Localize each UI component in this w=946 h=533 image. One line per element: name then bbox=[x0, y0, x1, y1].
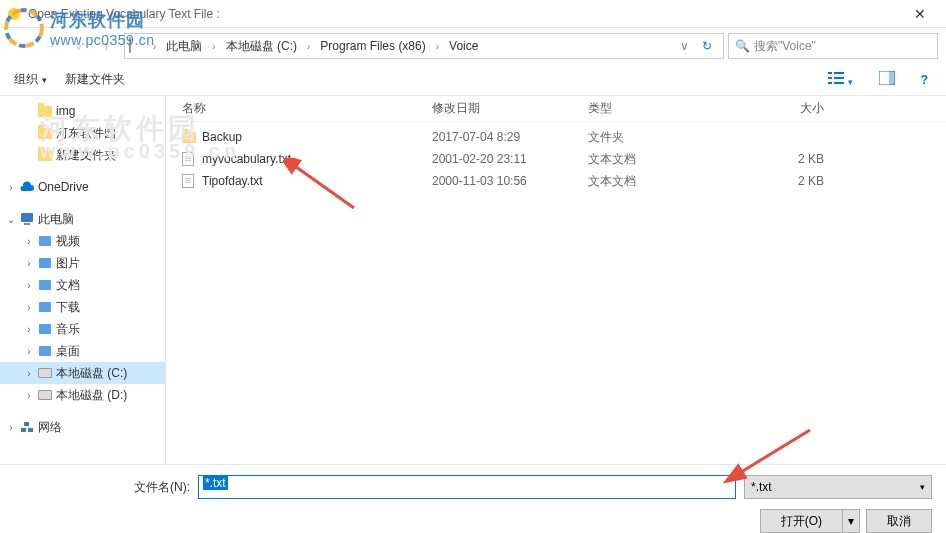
file-row[interactable]: Backup2017-07-04 8:29文件夹 bbox=[166, 126, 946, 148]
tree-item[interactable]: ›本地磁盘 (D:) bbox=[0, 384, 165, 406]
chevron-right-icon[interactable]: › bbox=[208, 41, 219, 52]
open-dropdown-button[interactable]: ▾ bbox=[842, 509, 860, 533]
help-button[interactable]: ? bbox=[917, 69, 932, 91]
svg-rect-10 bbox=[834, 82, 844, 84]
view-options-button[interactable]: ▾ bbox=[824, 67, 856, 92]
net-icon bbox=[18, 419, 36, 435]
search-icon: 🔍 bbox=[735, 39, 750, 53]
folder-icon bbox=[182, 132, 202, 143]
file-type-filter[interactable]: *.txt ▾ bbox=[744, 475, 932, 499]
expander-icon[interactable]: ⌄ bbox=[4, 214, 18, 225]
file-name: Tipofday.txt bbox=[202, 174, 432, 188]
tree-item-label: 网络 bbox=[36, 419, 62, 436]
breadcrumb-item[interactable]: 本地磁盘 (C:) bbox=[222, 36, 301, 57]
search-input[interactable]: 🔍 搜索"Voice" bbox=[728, 33, 938, 59]
chevron-right-icon[interactable]: › bbox=[303, 41, 314, 52]
expander-icon[interactable]: › bbox=[22, 280, 36, 291]
file-size: 2 KB bbox=[744, 174, 844, 188]
svg-rect-19 bbox=[39, 324, 51, 334]
svg-point-4 bbox=[8, 8, 20, 20]
expander-icon[interactable]: › bbox=[22, 324, 36, 335]
close-button[interactable]: ✕ bbox=[900, 6, 940, 22]
filename-input[interactable]: *.txt bbox=[198, 475, 736, 499]
tree-item[interactable]: ›文档 bbox=[0, 274, 165, 296]
lib-icon bbox=[36, 233, 54, 249]
svg-rect-22 bbox=[28, 428, 33, 432]
lib-icon bbox=[36, 277, 54, 293]
breadcrumb-item[interactable]: Program Files (x86) bbox=[316, 37, 429, 55]
breadcrumb-item[interactable]: Voice bbox=[445, 37, 482, 55]
expander-icon[interactable]: › bbox=[4, 422, 18, 433]
toolbar: 组织▾ 新建文件夹 ▾ ? bbox=[0, 64, 946, 96]
file-row[interactable]: myvocabulary.txt2001-02-20 23:11文本文档2 KB bbox=[166, 148, 946, 170]
svg-rect-9 bbox=[828, 82, 832, 84]
expander-icon[interactable]: › bbox=[22, 390, 36, 401]
tree-item-label: 本地磁盘 (C:) bbox=[54, 365, 127, 382]
organize-button[interactable]: 组织▾ bbox=[14, 71, 47, 88]
tree-item[interactable]: 河东软件园 bbox=[0, 122, 165, 144]
tree-item-label: 本地磁盘 (D:) bbox=[54, 387, 127, 404]
tree-item[interactable]: ›OneDrive bbox=[0, 176, 165, 198]
file-name: Backup bbox=[202, 130, 432, 144]
lib-icon bbox=[36, 299, 54, 315]
svg-rect-14 bbox=[24, 223, 30, 225]
file-date: 2000-11-03 10:56 bbox=[432, 174, 588, 188]
nav-back-button[interactable]: ← bbox=[8, 32, 36, 60]
svg-rect-23 bbox=[24, 422, 29, 426]
svg-rect-15 bbox=[39, 236, 51, 246]
file-type: 文本文档 bbox=[588, 151, 744, 168]
col-name[interactable]: 名称 bbox=[182, 100, 432, 117]
refresh-button[interactable]: ↻ bbox=[695, 39, 719, 53]
app-icon bbox=[6, 6, 22, 22]
expander-icon[interactable]: › bbox=[4, 182, 18, 193]
expander-icon[interactable]: › bbox=[22, 368, 36, 379]
tree-item[interactable]: ›本地磁盘 (C:) bbox=[0, 362, 165, 384]
tree-item-label: 音乐 bbox=[54, 321, 80, 338]
open-button[interactable]: 打开(O) bbox=[760, 509, 842, 533]
lib-icon bbox=[36, 343, 54, 359]
sidebar-tree: img河东软件园新建文件夹›OneDrive⌄此电脑›视频›图片›文档›下载›音… bbox=[0, 96, 166, 464]
col-date[interactable]: 修改日期 bbox=[432, 100, 588, 117]
tree-item[interactable]: ⌄此电脑 bbox=[0, 208, 165, 230]
tree-item[interactable]: ›桌面 bbox=[0, 340, 165, 362]
tree-item-label: 新建文件夹 bbox=[54, 147, 116, 164]
tree-item[interactable]: img bbox=[0, 100, 165, 122]
breadcrumb-item[interactable]: 此电脑 bbox=[162, 36, 206, 57]
file-icon bbox=[182, 152, 202, 166]
tree-item-label: 下载 bbox=[54, 299, 80, 316]
cloud-icon bbox=[18, 179, 36, 195]
tree-item[interactable]: 新建文件夹 bbox=[0, 144, 165, 166]
file-list: 名称 修改日期 类型 大小 Backup2017-07-04 8:29文件夹my… bbox=[166, 96, 946, 464]
svg-rect-17 bbox=[39, 280, 51, 290]
new-folder-button[interactable]: 新建文件夹 bbox=[65, 71, 125, 88]
column-headers: 名称 修改日期 类型 大小 bbox=[166, 96, 946, 122]
expander-icon[interactable]: › bbox=[22, 236, 36, 247]
breadcrumb-dropdown[interactable]: ∨ bbox=[675, 39, 693, 53]
col-size[interactable]: 大小 bbox=[744, 100, 844, 117]
file-date: 2017-07-04 8:29 bbox=[432, 130, 588, 144]
expander-icon[interactable]: › bbox=[22, 258, 36, 269]
expander-icon[interactable]: › bbox=[22, 302, 36, 313]
nav-up-button[interactable]: ↑ bbox=[92, 32, 120, 60]
file-row[interactable]: Tipofday.txt2000-11-03 10:56文本文档2 KB bbox=[166, 170, 946, 192]
tree-item-label: 此电脑 bbox=[36, 211, 74, 228]
breadcrumb[interactable]: › 此电脑 › 本地磁盘 (C:) › Program Files (x86) … bbox=[124, 33, 724, 59]
tree-item[interactable]: ›网络 bbox=[0, 416, 165, 438]
tree-item-label: 视频 bbox=[54, 233, 80, 250]
svg-rect-20 bbox=[39, 346, 51, 356]
tree-item[interactable]: ›图片 bbox=[0, 252, 165, 274]
expander-icon[interactable]: › bbox=[22, 346, 36, 357]
col-type[interactable]: 类型 bbox=[588, 100, 744, 117]
chevron-right-icon[interactable]: › bbox=[149, 41, 160, 52]
tree-item-label: 图片 bbox=[54, 255, 80, 272]
navbar: ← → ∨ ↑ › 此电脑 › 本地磁盘 (C:) › Program File… bbox=[0, 28, 946, 64]
tree-item[interactable]: ›音乐 bbox=[0, 318, 165, 340]
pc-icon bbox=[18, 211, 36, 227]
tree-item[interactable]: ›视频 bbox=[0, 230, 165, 252]
tree-item[interactable]: ›下载 bbox=[0, 296, 165, 318]
preview-pane-button[interactable] bbox=[875, 67, 899, 92]
nav-forward-button[interactable]: → bbox=[36, 32, 64, 60]
chevron-right-icon[interactable]: › bbox=[432, 41, 443, 52]
nav-recent-button[interactable]: ∨ bbox=[64, 32, 92, 60]
cancel-button[interactable]: 取消 bbox=[866, 509, 932, 533]
